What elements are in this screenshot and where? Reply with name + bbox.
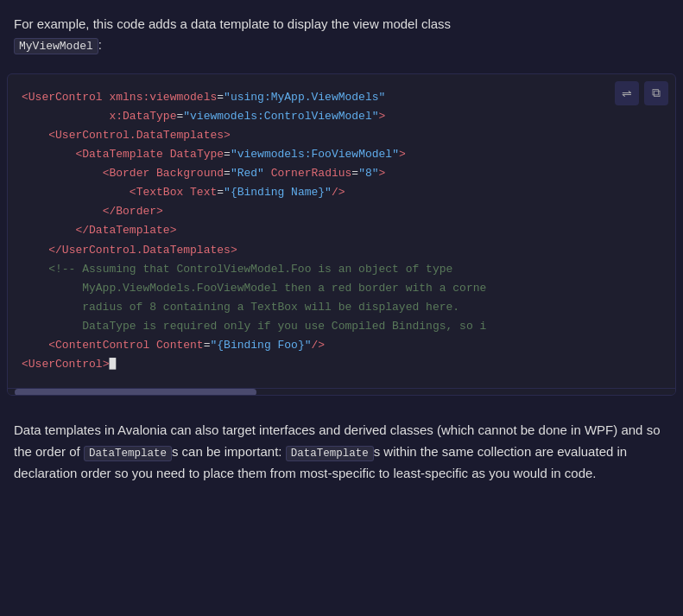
class-name-inline: MyViewModel — [14, 38, 98, 54]
datatemplate-inline-2: DataTemplate — [286, 446, 374, 461]
copy-button[interactable]: ⧉ — [644, 81, 668, 105]
intro-paragraph: For example, this code adds a data templ… — [0, 0, 683, 63]
code-toolbar: ⇌ ⧉ — [615, 81, 668, 105]
wrap-icon: ⇌ — [622, 86, 632, 100]
bottom-paragraph: Data templates in Avalonia can also targ… — [0, 406, 683, 498]
code-content: <UserControl xmlns:viewmodels="using:MyA… — [22, 88, 665, 374]
scrollbar-thumb[interactable] — [15, 389, 256, 395]
scrollbar-track[interactable] — [8, 388, 675, 395]
code-block: ⇌ ⧉ <UserControl xmlns:viewmodels="using… — [7, 73, 676, 396]
datatemplate-inline-1: DataTemplate — [84, 446, 172, 461]
copy-icon: ⧉ — [652, 86, 661, 100]
code-scroll[interactable]: <UserControl xmlns:viewmodels="using:MyA… — [8, 74, 675, 388]
intro-text: For example, this code adds a data templ… — [14, 16, 451, 31]
wrap-button[interactable]: ⇌ — [615, 81, 639, 105]
